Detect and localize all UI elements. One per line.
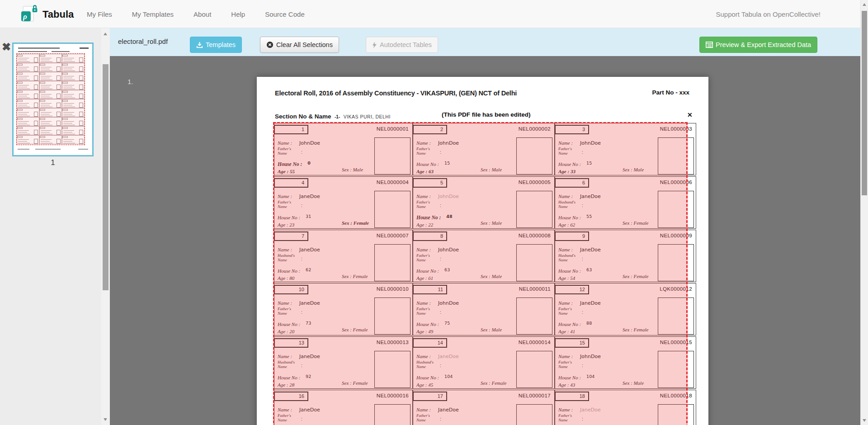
preview-export-button[interactable]: Preview & Export Extracted Data <box>699 37 817 53</box>
support-link[interactable]: Support Tabula on OpenCollective! <box>716 10 821 18</box>
filename-label: electoral_roll.pdf <box>118 38 168 45</box>
sidebar-scrollbar-thumb[interactable] <box>103 64 108 290</box>
tabula-app: ρ Tabula My Files My Templates About Hel… <box>0 0 868 425</box>
sidebar-scrollbar[interactable] <box>101 28 110 425</box>
nav-link-my-files[interactable]: My Files <box>87 10 112 18</box>
lightning-icon <box>372 42 377 48</box>
window-scrollbar-thumb[interactable] <box>862 11 867 195</box>
nav-link-about[interactable]: About <box>193 10 211 18</box>
nav-links: My Files My Templates About Help Source … <box>87 0 305 28</box>
tabula-logo-icon: ρ <box>20 4 38 25</box>
document-canvas: 1. Electoral Roll, 2016 of Assembly Cons… <box>110 56 860 425</box>
scroll-up-icon[interactable] <box>104 33 107 35</box>
pdf-title: Electoral Roll, 2016 of Assembly Constit… <box>275 90 517 97</box>
section-label: Section No & Name <box>275 113 331 120</box>
brand[interactable]: ρ Tabula <box>20 4 74 25</box>
nav-link-help[interactable]: Help <box>231 10 245 18</box>
brand-title[interactable]: Tabula <box>42 9 74 20</box>
thumb-footer-line <box>18 149 29 150</box>
page-thumbnail-sidebar: ✖ 1 <box>0 28 110 425</box>
remove-circle-icon <box>266 41 274 48</box>
section-number: -1- <box>335 114 340 119</box>
clear-button-label: Clear All Selections <box>276 41 333 48</box>
table-list-icon <box>706 42 713 48</box>
pdf-edited-note: (This PDF file has been edited) <box>442 111 531 118</box>
thumb-section-line <box>18 51 47 52</box>
autodetect-tables-button[interactable]: Autodetect Tables <box>366 37 438 53</box>
thumb-title-line <box>18 47 60 49</box>
save-template-icon <box>196 42 203 48</box>
thumb-footer-line <box>78 149 88 150</box>
svg-text:ρ: ρ <box>23 12 27 21</box>
page-number-label: 1 <box>12 158 94 167</box>
pdf-page[interactable]: Electoral Roll, 2016 of Assembly Constit… <box>257 77 708 425</box>
templates-button-label: Templates <box>206 41 236 48</box>
export-button-label: Preview & Export Extracted Data <box>716 41 811 48</box>
scroll-down-icon[interactable] <box>863 419 866 422</box>
clear-all-selections-button[interactable]: Clear All Selections <box>260 37 339 53</box>
templates-button[interactable]: Templates <box>190 37 242 53</box>
section-value: VIKAS PURI, DELHI <box>344 114 391 119</box>
pdf-part-number: Part No - xxx <box>652 89 689 96</box>
table-selection-overlay[interactable] <box>273 122 688 425</box>
thumb-edited-line <box>52 51 70 52</box>
selection-close-icon[interactable]: ✕ <box>687 111 693 118</box>
section-header: Section No & Name -1- VIKAS PURI, DELHI <box>275 112 391 120</box>
thumb-footer-line <box>35 149 61 150</box>
window-scrollbar[interactable] <box>860 0 868 425</box>
remove-page-icon[interactable]: ✖ <box>2 42 11 52</box>
toolbar: electoral_roll.pdf Templates Clear All S… <box>110 28 860 56</box>
nav-link-my-templates[interactable]: My Templates <box>132 10 174 18</box>
page-1-thumbnail[interactable] <box>12 42 94 156</box>
navbar: ρ Tabula My Files My Templates About Hel… <box>0 0 860 28</box>
page-marker: 1. <box>127 78 133 85</box>
nav-link-source-code[interactable]: Source Code <box>265 10 305 18</box>
thumb-partno-line <box>80 47 89 49</box>
scroll-up-icon[interactable] <box>863 3 866 6</box>
nav-right: Support Tabula on OpenCollective! <box>716 0 821 28</box>
scroll-down-icon[interactable] <box>104 418 107 421</box>
thumbnail-selection-rect <box>16 53 85 145</box>
autodetect-button-label: Autodetect Tables <box>380 41 432 48</box>
